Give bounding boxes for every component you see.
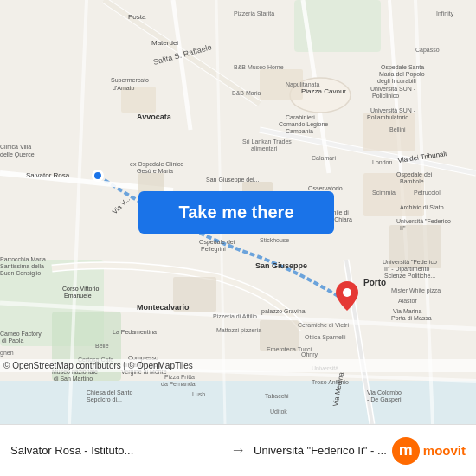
svg-text:Cameo Factory: Cameo Factory bbox=[0, 331, 42, 338]
svg-text:II" - Dipartimento: II" - Dipartimento bbox=[384, 266, 429, 273]
svg-text:Pellegrini: Pellegrini bbox=[201, 246, 226, 253]
svg-text:La Pedamentina: La Pedamentina bbox=[113, 329, 157, 335]
destination-info: Università "Federico Ii" - ... m moovit bbox=[246, 437, 466, 465]
svg-text:palazzo Gravina: palazzo Gravina bbox=[261, 308, 306, 315]
svg-text:Infinity: Infinity bbox=[436, 10, 454, 17]
svg-text:Ottica Sparnelli: Ottica Sparnelli bbox=[305, 334, 346, 341]
svg-text:ex Ospedale Clinico: ex Ospedale Clinico bbox=[130, 161, 183, 168]
svg-text:London: London bbox=[372, 159, 392, 165]
svg-text:Calamari: Calamari bbox=[312, 155, 336, 161]
svg-text:Porto: Porto bbox=[363, 278, 386, 287]
svg-text:Mister White pizza: Mister White pizza bbox=[391, 287, 441, 294]
svg-text:Clinica Villa: Clinica Villa bbox=[0, 144, 31, 150]
svg-text:Sepolcro di...: Sepolcro di... bbox=[87, 396, 122, 403]
svg-text:Policlinico: Policlinico bbox=[372, 93, 399, 99]
svg-text:Corso Vittorio: Corso Vittorio bbox=[62, 286, 99, 292]
svg-text:B&B Museo Home: B&B Museo Home bbox=[234, 64, 284, 70]
svg-text:Sri Lankan Trades: Sri Lankan Trades bbox=[242, 138, 292, 145]
svg-text:II": II" bbox=[400, 225, 406, 231]
svg-text:ghen: ghen bbox=[0, 350, 14, 357]
svg-text:Salvator Rosa: Salvator Rosa bbox=[26, 171, 70, 179]
svg-text:Università SUN -: Università SUN - bbox=[370, 107, 416, 113]
map-attribution: © OpenStreetMap contributors | © OpenMap… bbox=[0, 359, 476, 372]
svg-text:di Paola: di Paola bbox=[2, 338, 23, 344]
svg-point-127 bbox=[343, 288, 351, 297]
svg-text:Ospedale dei: Ospedale dei bbox=[199, 239, 235, 246]
svg-text:Osservatorio: Osservatorio bbox=[308, 185, 343, 191]
svg-text:Archivio di Stato: Archivio di Stato bbox=[400, 204, 444, 210]
origin-station-label: Salvator Rosa - Istituto... bbox=[10, 444, 133, 457]
svg-text:Belle: Belle bbox=[95, 343, 109, 349]
svg-text:Parrocchia Maria: Parrocchia Maria bbox=[0, 256, 46, 262]
map-container: Posta Materdei Salita S. Raffaele Pizzer… bbox=[0, 0, 476, 424]
svg-text:Avvocata: Avvocata bbox=[137, 113, 172, 121]
origin-marker bbox=[92, 170, 104, 182]
svg-text:Università "Federico: Università "Federico bbox=[396, 218, 451, 224]
svg-text:degli Incurabili: degli Incurabili bbox=[377, 78, 416, 85]
svg-text:Via Colombo: Via Colombo bbox=[367, 389, 402, 396]
arrow-right-icon: → bbox=[230, 441, 246, 460]
svg-text:Campania: Campania bbox=[286, 128, 313, 135]
bottom-bar: Salvator Rosa - Istituto... → Università… bbox=[0, 424, 476, 476]
svg-text:Stickhouse: Stickhouse bbox=[260, 237, 289, 243]
svg-text:Ospedale dei: Ospedale dei bbox=[396, 171, 433, 178]
svg-text:Via Marina -: Via Marina - bbox=[393, 308, 426, 314]
svg-text:d'Amato: d'Amato bbox=[113, 85, 135, 91]
svg-text:da Fernanda: da Fernanda bbox=[161, 381, 196, 387]
svg-text:San Giuseppe: San Giuseppe bbox=[255, 261, 307, 270]
svg-text:Tabacchi: Tabacchi bbox=[265, 393, 289, 399]
svg-text:Ceramiche di Vietri: Ceramiche di Vietri bbox=[298, 322, 349, 328]
moovit-m-icon: m bbox=[392, 437, 420, 465]
svg-text:Supermercato: Supermercato bbox=[111, 77, 149, 84]
svg-text:Chiesa del Santo: Chiesa del Santo bbox=[87, 389, 132, 396]
take-me-there-button[interactable]: Take me there bbox=[138, 191, 334, 234]
svg-text:Buon Consiglio: Buon Consiglio bbox=[0, 270, 41, 277]
svg-text:Gesù e Maria: Gesù e Maria bbox=[137, 168, 173, 174]
svg-text:Porta di Massa: Porta di Massa bbox=[391, 315, 432, 321]
svg-text:Capasso: Capasso bbox=[415, 47, 440, 54]
origin-info: Salvator Rosa - Istituto... bbox=[10, 444, 230, 457]
svg-text:Università "Federico: Università "Federico bbox=[383, 259, 437, 265]
svg-text:Uditok: Uditok bbox=[270, 408, 287, 415]
svg-text:Emanuele: Emanuele bbox=[64, 293, 92, 299]
svg-text:Materdei: Materdei bbox=[151, 39, 178, 47]
svg-text:Università SUN -: Università SUN - bbox=[370, 86, 416, 92]
svg-text:Pizza Fritta: Pizza Fritta bbox=[164, 374, 195, 380]
moovit-logo: m moovit bbox=[392, 437, 466, 465]
svg-text:Pizzeria Starita: Pizzeria Starita bbox=[234, 10, 274, 16]
svg-text:San Giuseppe dei...: San Giuseppe dei... bbox=[206, 177, 260, 183]
svg-text:Mattozzi pizzeria: Mattozzi pizzeria bbox=[216, 327, 261, 334]
svg-text:Posta: Posta bbox=[128, 13, 146, 21]
svg-text:Lush: Lush bbox=[192, 391, 205, 397]
svg-text:B&B Maria: B&B Maria bbox=[232, 90, 261, 96]
svg-text:Poliambulatorio: Poliambulatorio bbox=[367, 114, 408, 120]
svg-text:Carabinieri: Carabinieri bbox=[286, 114, 315, 120]
svg-text:di San Martino: di San Martino bbox=[54, 376, 93, 382]
svg-text:Alastor: Alastor bbox=[398, 298, 417, 304]
svg-text:Bellini: Bellini bbox=[389, 126, 406, 132]
svg-text:Piazza Cavour: Piazza Cavour bbox=[301, 87, 346, 95]
svg-text:alimentari: alimentari bbox=[251, 145, 278, 151]
svg-text:Pizzeria di Attilio: Pizzeria di Attilio bbox=[213, 313, 257, 319]
svg-text:Santissima della: Santissima della bbox=[0, 263, 44, 269]
svg-text:- De Gasperi: - De Gasperi bbox=[367, 396, 402, 403]
svg-text:Scienze Politiche...: Scienze Politiche... bbox=[384, 273, 435, 279]
svg-text:Montecalvario: Montecalvario bbox=[137, 303, 190, 312]
svg-text:Ospedale Santa: Ospedale Santa bbox=[381, 64, 424, 71]
svg-text:Maria del Popolo: Maria del Popolo bbox=[379, 71, 425, 78]
svg-text:delle Querce: delle Querce bbox=[0, 151, 35, 158]
destination-marker bbox=[336, 281, 358, 311]
svg-text:Petruccioli: Petruccioli bbox=[414, 190, 442, 196]
svg-text:Comando Legione: Comando Legione bbox=[279, 121, 328, 128]
svg-text:Scimmia: Scimmia bbox=[372, 190, 396, 196]
svg-text:Ohnry: Ohnry bbox=[301, 351, 318, 358]
svg-text:Bambole: Bambole bbox=[400, 178, 424, 184]
destination-station-label: Università "Federico Ii" - ... bbox=[254, 444, 387, 457]
moovit-brand-name: moovit bbox=[423, 443, 466, 458]
